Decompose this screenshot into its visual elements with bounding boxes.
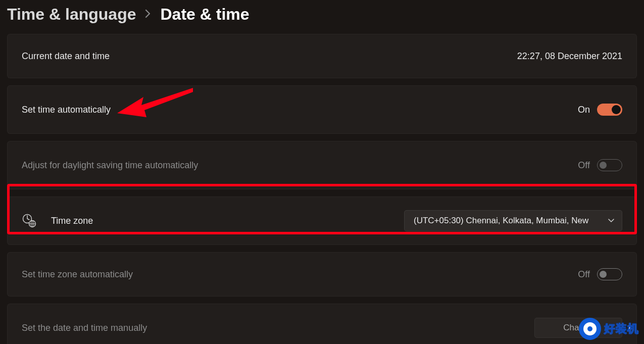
- breadcrumb: Time & language Date & time: [0, 0, 644, 34]
- current-datetime-value: 22:27, 08 December 2021: [517, 51, 622, 62]
- chevron-right-icon: [145, 8, 151, 21]
- tz-auto-toggle[interactable]: [597, 268, 622, 280]
- panel-timezone: Time zone (UTC+05:30) Chennai, Kolkata, …: [7, 196, 637, 245]
- set-time-auto-toggle[interactable]: [597, 104, 622, 116]
- breadcrumb-current: Date & time: [160, 5, 249, 24]
- watermark-logo-icon: [579, 318, 601, 340]
- dst-auto-state-text: Off: [578, 160, 590, 171]
- current-datetime-label: Current date and time: [22, 51, 110, 62]
- dst-auto-status: Off: [578, 159, 622, 171]
- panel-current-datetime: Current date and time 22:27, 08 December…: [7, 34, 637, 78]
- dst-auto-toggle: [597, 159, 622, 171]
- timezone-label-group: Time zone: [22, 213, 93, 228]
- watermark-text: 好装机: [604, 321, 639, 336]
- breadcrumb-parent[interactable]: Time & language: [7, 5, 136, 24]
- panel-set-time-auto: Set time automatically On: [7, 85, 637, 134]
- tz-auto-state-text: Off: [578, 269, 590, 280]
- set-time-auto-state-text: On: [578, 105, 590, 115]
- tz-auto-status: Off: [578, 268, 622, 280]
- timezone-dropdown[interactable]: (UTC+05:30) Chennai, Kolkata, Mumbai, Ne…: [404, 210, 622, 231]
- panel-dst-auto: Adjust for daylight saving time automati…: [7, 141, 637, 189]
- chevron-down-icon: [608, 216, 615, 226]
- timezone-selected: (UTC+05:30) Chennai, Kolkata, Mumbai, Ne…: [414, 216, 599, 226]
- set-time-auto-label: Set time automatically: [22, 105, 111, 115]
- set-time-auto-status: On: [578, 104, 622, 116]
- manual-datetime-label: Set the date and time manually: [22, 323, 147, 333]
- panel-tz-auto: Set time zone automatically Off: [7, 252, 637, 297]
- watermark: 好装机: [579, 318, 639, 340]
- dst-auto-label: Adjust for daylight saving time automati…: [22, 160, 198, 171]
- timezone-label: Time zone: [51, 216, 93, 226]
- clock-globe-icon: [22, 213, 37, 228]
- tz-auto-label: Set time zone automatically: [22, 269, 133, 280]
- panel-manual-datetime: Set the date and time manually Change: [7, 304, 637, 344]
